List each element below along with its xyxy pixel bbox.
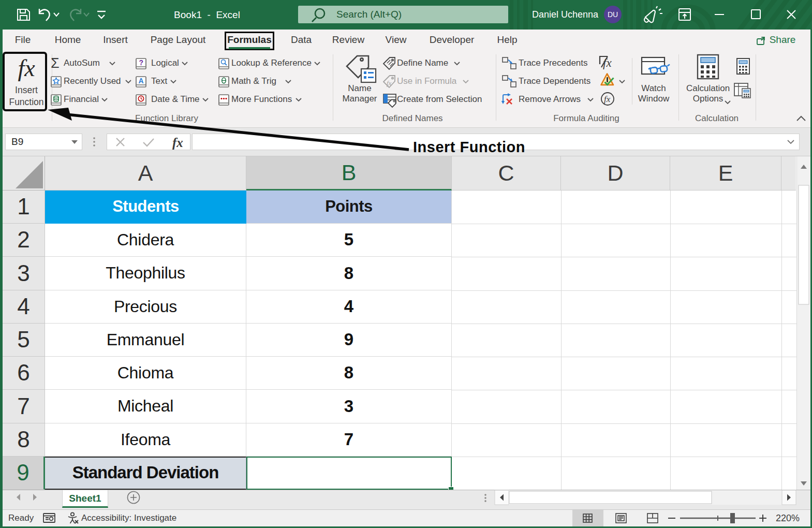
- svg-text:A: A: [139, 77, 144, 85]
- svg-text:fx: fx: [387, 79, 392, 87]
- svg-text:?: ?: [139, 58, 144, 67]
- svg-text:fx: fx: [603, 56, 612, 69]
- svg-text:Σ: Σ: [51, 55, 60, 71]
- svg-text:fx: fx: [172, 136, 183, 150]
- svg-text:220%: 220%: [776, 513, 800, 523]
- svg-text:fx: fx: [604, 94, 611, 104]
